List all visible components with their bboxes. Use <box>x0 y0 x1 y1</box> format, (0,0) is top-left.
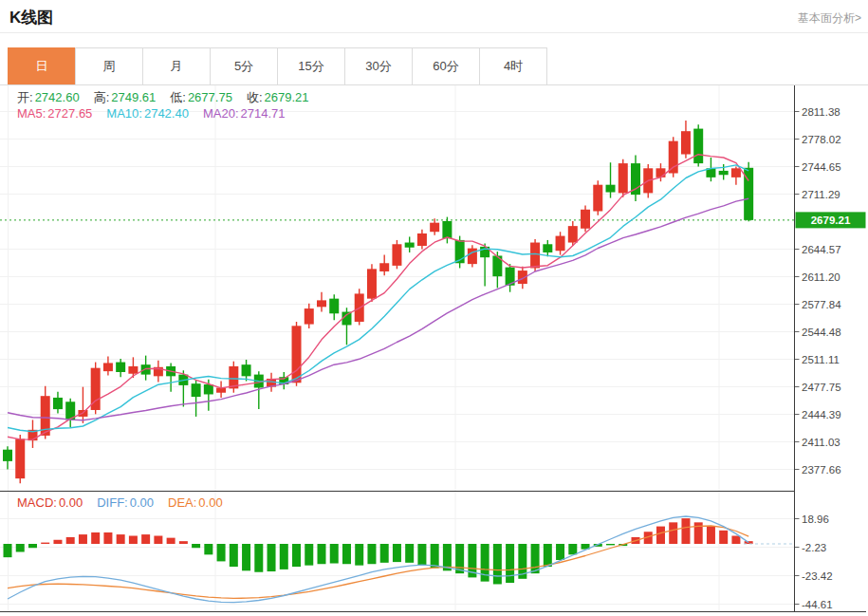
svg-text:18.96: 18.96 <box>802 513 829 525</box>
tab-30分[interactable]: 30分 <box>344 47 413 85</box>
macd-legend-item: MACD:0.00 <box>17 495 83 510</box>
tab-5分[interactable]: 5分 <box>210 47 278 85</box>
svg-text:2444.39: 2444.39 <box>802 409 841 420</box>
svg-text:2644.57: 2644.57 <box>802 244 841 255</box>
chart-area[interactable]: 2811.382778.022744.652711.292644.572611.… <box>0 85 868 616</box>
ma-legend-item: MA10:2742.40 <box>106 106 189 121</box>
svg-text:2778.02: 2778.02 <box>802 134 841 145</box>
kline-page: { "header": { "title": "K线图", "link": "基… <box>0 0 868 616</box>
ohlc-legend-item: 开:2742.60 <box>17 90 80 104</box>
svg-text:2511.11: 2511.11 <box>802 354 840 365</box>
svg-text:2577.84: 2577.84 <box>802 299 841 310</box>
ohlc-legend: 开:2742.60高:2749.61低:2677.75收:2679.21 <box>17 89 323 106</box>
tab-周[interactable]: 周 <box>75 47 143 85</box>
svg-text:2477.75: 2477.75 <box>802 382 841 393</box>
ohlc-legend-item: 收:2679.21 <box>247 90 309 104</box>
ma-legend-item: MA5:2727.65 <box>17 106 92 121</box>
timeframe-tab-bar: 日周月5分15分30分60分4时 <box>8 47 547 85</box>
ohlc-legend-item: 高:2749.61 <box>94 90 157 104</box>
tab-4时[interactable]: 4时 <box>479 47 547 85</box>
page-title: K线图 <box>9 7 53 28</box>
svg-text:2377.66: 2377.66 <box>802 464 841 476</box>
tab-60分[interactable]: 60分 <box>412 47 480 85</box>
svg-text:2611.20: 2611.20 <box>802 271 840 283</box>
macd-legend-item: DIFF:0.00 <box>97 495 154 510</box>
ma-legend: MA5:2727.65MA10:2742.40MA20:2714.71 <box>17 106 300 121</box>
svg-text:2679.21: 2679.21 <box>811 215 851 226</box>
fundamental-analysis-link[interactable]: 基本面分析> <box>798 10 861 27</box>
svg-text:2711.29: 2711.29 <box>802 189 840 200</box>
tab-15分[interactable]: 15分 <box>277 47 345 85</box>
tab-日[interactable]: 日 <box>8 47 76 85</box>
macd-legend-item: DEA:0.00 <box>168 495 223 510</box>
svg-text:2744.65: 2744.65 <box>802 161 841 173</box>
macd-legend: MACD:0.00DIFF:0.00DEA:0.00 <box>17 495 237 510</box>
tab-月[interactable]: 月 <box>142 47 211 85</box>
svg-text:-44.61: -44.61 <box>802 599 833 610</box>
svg-text:2544.48: 2544.48 <box>802 327 841 338</box>
ma-legend-item: MA20:2714.71 <box>203 106 286 121</box>
svg-text:2411.03: 2411.03 <box>802 437 840 448</box>
ohlc-legend-item: 低:2677.75 <box>170 90 232 104</box>
header-divider <box>0 32 868 33</box>
svg-text:-23.42: -23.42 <box>802 570 833 582</box>
kline-chart-svg: 2811.382778.022744.652711.292644.572611.… <box>0 85 868 616</box>
svg-text:-2.23: -2.23 <box>802 542 826 553</box>
svg-text:2811.38: 2811.38 <box>802 106 840 118</box>
